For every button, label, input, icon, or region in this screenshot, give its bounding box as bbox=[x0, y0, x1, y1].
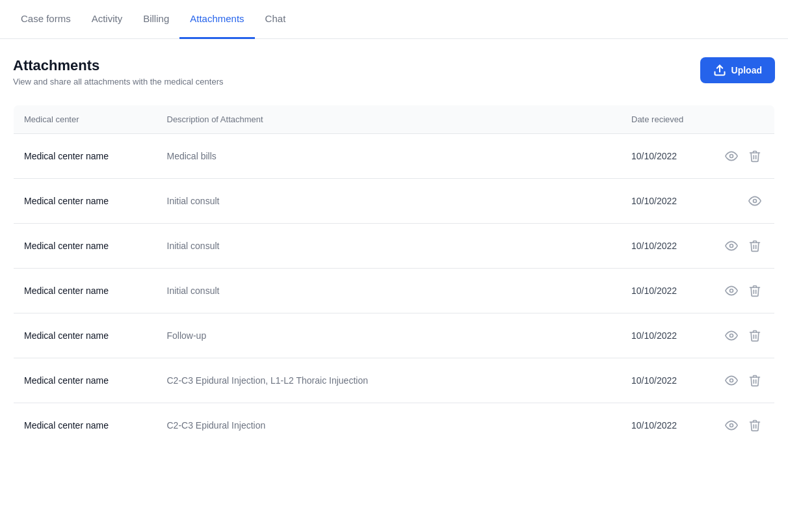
cell-date: 10/10/2022 bbox=[621, 403, 712, 448]
delete-button[interactable] bbox=[746, 416, 764, 434]
col-header-actions bbox=[712, 105, 775, 134]
delete-button[interactable] bbox=[746, 371, 764, 390]
table-header-row: Medical center Description of Attachment… bbox=[14, 105, 775, 134]
action-icons bbox=[722, 147, 764, 165]
table-row: Medical center nameMedical bills10/10/20… bbox=[14, 134, 775, 179]
tab-billing[interactable]: Billing bbox=[133, 0, 179, 39]
cell-description: Follow-up bbox=[157, 313, 622, 358]
view-button[interactable] bbox=[722, 237, 741, 255]
svg-point-1 bbox=[730, 155, 733, 158]
tab-attachments[interactable]: Attachments bbox=[179, 0, 254, 39]
col-header-medical-center: Medical center bbox=[14, 105, 157, 134]
cell-actions bbox=[712, 403, 775, 448]
delete-button[interactable] bbox=[746, 282, 764, 300]
upload-icon bbox=[713, 64, 726, 77]
table-row: Medical center nameInitial consult10/10/… bbox=[14, 179, 775, 224]
page-header: Attachments View and share all attachmen… bbox=[13, 57, 775, 86]
cell-description: Initial consult bbox=[157, 269, 622, 313]
cell-description: C2-C3 Epidural Injection, L1-L2 Thoraic … bbox=[157, 358, 622, 403]
eye-icon bbox=[725, 374, 738, 387]
cell-actions bbox=[712, 134, 775, 179]
action-icons bbox=[722, 237, 764, 255]
delete-button[interactable] bbox=[746, 147, 764, 165]
trash-icon bbox=[748, 239, 761, 252]
main-content: Attachments View and share all attachmen… bbox=[0, 39, 788, 461]
view-button[interactable] bbox=[722, 371, 741, 390]
cell-description: Initial consult bbox=[157, 224, 622, 269]
view-button[interactable] bbox=[722, 147, 741, 165]
tab-activity[interactable]: Activity bbox=[81, 0, 133, 39]
eye-icon bbox=[725, 284, 738, 297]
trash-icon bbox=[748, 284, 761, 297]
action-icons bbox=[722, 416, 764, 434]
page-title-group: Attachments View and share all attachmen… bbox=[13, 57, 223, 86]
cell-date: 10/10/2022 bbox=[621, 313, 712, 358]
table-row: Medical center nameC2-C3 Epidural Inject… bbox=[14, 403, 775, 448]
cell-actions bbox=[712, 358, 775, 403]
cell-actions bbox=[712, 179, 775, 224]
view-button[interactable] bbox=[722, 416, 741, 434]
page-subtitle: View and share all attachments with the … bbox=[13, 77, 223, 86]
attachments-table: Medical center Description of Attachment… bbox=[13, 105, 775, 448]
col-header-description: Description of Attachment bbox=[157, 105, 622, 134]
view-button[interactable] bbox=[722, 282, 741, 300]
trash-icon bbox=[748, 329, 761, 342]
cell-actions bbox=[712, 313, 775, 358]
cell-actions bbox=[712, 224, 775, 269]
eye-icon bbox=[725, 329, 738, 342]
eye-icon bbox=[748, 194, 761, 207]
trash-icon bbox=[748, 419, 761, 432]
cell-date: 10/10/2022 bbox=[621, 224, 712, 269]
delete-button[interactable] bbox=[746, 237, 764, 255]
tab-case-forms[interactable]: Case forms bbox=[10, 0, 81, 39]
table-row: Medical center nameC2-C3 Epidural Inject… bbox=[14, 358, 775, 403]
trash-icon bbox=[748, 374, 761, 387]
action-icons bbox=[722, 282, 764, 300]
cell-medical-center: Medical center name bbox=[14, 134, 157, 179]
table-row: Medical center nameFollow-up10/10/2022 bbox=[14, 313, 775, 358]
action-icons bbox=[722, 371, 764, 390]
trash-icon bbox=[748, 150, 761, 163]
cell-description: Medical bills bbox=[157, 134, 622, 179]
cell-description: C2-C3 Epidural Injection bbox=[157, 403, 622, 448]
cell-medical-center: Medical center name bbox=[14, 358, 157, 403]
cell-actions bbox=[712, 269, 775, 313]
upload-button[interactable]: Upload bbox=[700, 57, 775, 83]
cell-date: 10/10/2022 bbox=[621, 134, 712, 179]
cell-medical-center: Medical center name bbox=[14, 179, 157, 224]
tab-chat[interactable]: Chat bbox=[255, 0, 296, 39]
svg-point-6 bbox=[730, 379, 733, 382]
eye-icon bbox=[725, 150, 738, 163]
delete-button[interactable] bbox=[746, 326, 764, 345]
eye-icon bbox=[725, 239, 738, 252]
table-row: Medical center nameInitial consult10/10/… bbox=[14, 269, 775, 313]
cell-medical-center: Medical center name bbox=[14, 313, 157, 358]
top-nav: Case forms Activity Billing Attachments … bbox=[0, 0, 788, 39]
svg-point-5 bbox=[730, 334, 733, 338]
cell-medical-center: Medical center name bbox=[14, 269, 157, 313]
svg-point-2 bbox=[754, 200, 757, 203]
action-icons bbox=[722, 192, 764, 210]
cell-medical-center: Medical center name bbox=[14, 224, 157, 269]
svg-point-7 bbox=[730, 424, 733, 427]
action-icons bbox=[722, 326, 764, 345]
view-button[interactable] bbox=[722, 326, 741, 345]
cell-date: 10/10/2022 bbox=[621, 179, 712, 224]
cell-date: 10/10/2022 bbox=[621, 358, 712, 403]
eye-icon bbox=[725, 419, 738, 432]
svg-point-4 bbox=[730, 289, 733, 293]
table-row: Medical center nameInitial consult10/10/… bbox=[14, 224, 775, 269]
col-header-date: Date recieved bbox=[621, 105, 712, 134]
cell-medical-center: Medical center name bbox=[14, 403, 157, 448]
view-button[interactable] bbox=[746, 192, 764, 210]
cell-description: Initial consult bbox=[157, 179, 622, 224]
page-title: Attachments bbox=[13, 57, 223, 74]
svg-point-3 bbox=[730, 245, 733, 248]
cell-date: 10/10/2022 bbox=[621, 269, 712, 313]
